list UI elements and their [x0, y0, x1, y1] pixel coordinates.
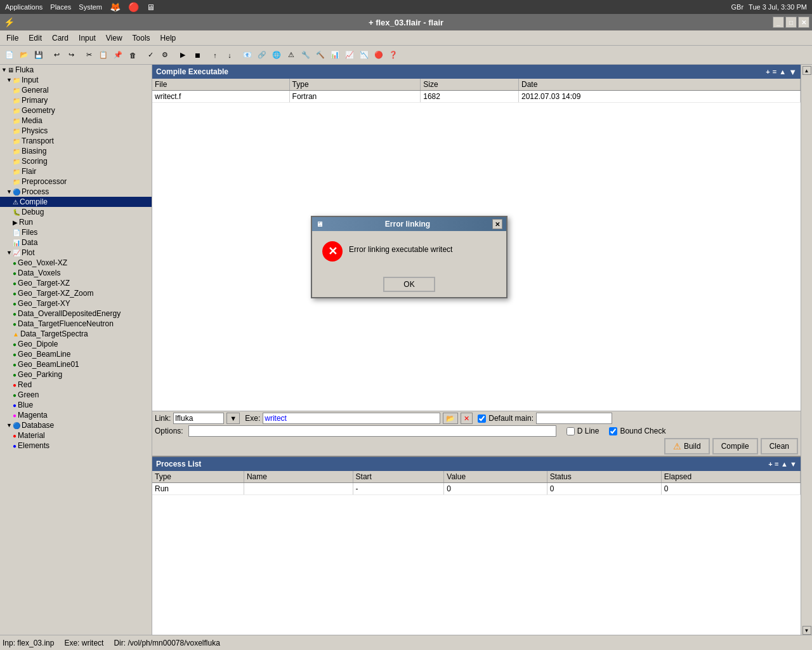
toolbar-b5[interactable]: 🔧: [299, 48, 313, 62]
compile-header-down-arrow[interactable]: ▼: [789, 67, 797, 77]
menu-help[interactable]: Help: [157, 32, 180, 44]
sidebar-item-data-voxels[interactable]: ● Data_Voxels: [0, 268, 152, 278]
toolbar-b1[interactable]: 📧: [240, 48, 254, 62]
toolbar-copy[interactable]: 📋: [96, 48, 110, 62]
process-header-plus[interactable]: +: [768, 460, 772, 468]
toolbar-b4[interactable]: ⚠: [284, 48, 298, 62]
options-input[interactable]: [188, 425, 556, 437]
sidebar-item-primary[interactable]: 📁 Primary: [0, 95, 152, 105]
sidebar-item-red[interactable]: ● Red: [0, 380, 152, 390]
toolbar-b11[interactable]: ❓: [386, 48, 400, 62]
toolbar-redo[interactable]: ↪: [64, 48, 78, 62]
minimize-button[interactable]: _: [773, 17, 784, 28]
toolbar-run[interactable]: ▶: [176, 48, 190, 62]
sidebar-item-files[interactable]: 📄 Files: [0, 227, 152, 237]
toolbar-undo[interactable]: ↩: [49, 48, 63, 62]
sidebar-item-blue[interactable]: ● Blue: [0, 400, 152, 410]
sidebar-item-geo-target-xz-zoom[interactable]: ● Geo_Target-XZ_Zoom: [0, 288, 152, 298]
sidebar-item-plot[interactable]: ▼ 📈 Plot: [0, 248, 152, 258]
sidebar-item-debug[interactable]: 🐛 Debug: [0, 207, 152, 217]
sidebar-item-flair[interactable]: 📁 Flair: [0, 166, 152, 176]
scroll-up-btn[interactable]: ▲: [802, 66, 811, 75]
compile-button[interactable]: Compile: [712, 438, 758, 454]
menu-file[interactable]: File: [3, 32, 22, 44]
scroll-down-btn[interactable]: ▼: [802, 626, 811, 635]
toolbar-open[interactable]: 📂: [17, 48, 31, 62]
sidebar-item-elements[interactable]: ● Elements: [0, 441, 152, 451]
sidebar-item-preprocessor[interactable]: 📁 Preprocessor: [0, 176, 152, 187]
dialog-ok-button[interactable]: OK: [383, 277, 435, 292]
sidebar-item-data-target-spectra[interactable]: ▲ Data_TargetSpectra: [0, 329, 152, 339]
process-header-down[interactable]: ▼: [790, 460, 797, 468]
toolbar-check[interactable]: ✓: [143, 48, 157, 62]
sidebar-item-fluka[interactable]: ▼ 🖥 Fluka: [0, 65, 152, 75]
sidebar-item-geo-target-xz[interactable]: ● Geo_Target-XZ: [0, 278, 152, 288]
toolbar-down[interactable]: ↓: [223, 48, 237, 62]
d-line-checkbox[interactable]: [566, 427, 575, 435]
toolbar-paste[interactable]: 📌: [111, 48, 125, 62]
exe-browse-btn[interactable]: 📂: [443, 413, 458, 424]
toolbar-b8[interactable]: 📈: [343, 48, 357, 62]
menu-edit[interactable]: Edit: [25, 32, 46, 44]
table-row[interactable]: Run - 0 0 0: [152, 483, 801, 495]
exe-clear-btn[interactable]: ✕: [461, 413, 473, 424]
menu-view[interactable]: View: [102, 32, 126, 44]
places-menu[interactable]: Places: [50, 3, 71, 11]
sidebar-item-scoring[interactable]: 📁 Scoring: [0, 156, 152, 166]
terminal-icon[interactable]: 🖥: [147, 3, 155, 12]
compile-header-up[interactable]: ▲: [779, 68, 786, 76]
exe-input[interactable]: [263, 413, 440, 424]
sidebar-item-media[interactable]: 📁 Media: [0, 116, 152, 126]
toolbar-cut[interactable]: ✂: [82, 48, 96, 62]
sidebar-item-geo-voxel-xz[interactable]: ● Geo_Voxel-XZ: [0, 258, 152, 268]
sidebar-item-biasing[interactable]: 📁 Biasing: [0, 146, 152, 156]
toolbar-b3[interactable]: 🌐: [270, 48, 284, 62]
sidebar-item-data[interactable]: 📊 Data: [0, 237, 152, 248]
sidebar-item-input[interactable]: ▼ 📁 Input: [0, 75, 152, 85]
toolbar-b9[interactable]: 📉: [357, 48, 371, 62]
sidebar-item-database[interactable]: ▼ 🔵 Database: [0, 420, 152, 430]
toolbar-b6[interactable]: 🔨: [313, 48, 327, 62]
toolbar-delete[interactable]: 🗑: [126, 48, 140, 62]
sidebar-item-data-target-fluence[interactable]: ● Data_TargetFluenceNeutron: [0, 319, 152, 329]
process-header-equals[interactable]: =: [775, 460, 778, 468]
toolbar-stop[interactable]: ⏹: [190, 48, 204, 62]
app-menu[interactable]: Applications: [5, 3, 43, 11]
sidebar-item-material[interactable]: ● Material: [0, 430, 152, 441]
toolbar-b10[interactable]: 🔴: [372, 48, 386, 62]
sidebar-item-transport[interactable]: 📁 Transport: [0, 136, 152, 146]
build-button[interactable]: ⚠ Build: [664, 438, 710, 454]
sidebar-item-general[interactable]: 📁 General: [0, 85, 152, 95]
toolbar-new[interactable]: 📄: [3, 48, 16, 62]
toolbar-b7[interactable]: 📊: [328, 48, 342, 62]
maximize-button[interactable]: □: [785, 17, 797, 28]
toolbar-settings[interactable]: ⚙: [158, 48, 172, 62]
firefox-icon[interactable]: 🦊: [110, 2, 121, 12]
clean-button[interactable]: Clean: [761, 438, 798, 454]
link-input[interactable]: [173, 413, 224, 424]
sidebar-item-process[interactable]: ▼ 🔵 Process: [0, 187, 152, 197]
sidebar-item-geo-dipole[interactable]: ● Geo_Dipole: [0, 339, 152, 349]
default-main-input[interactable]: [536, 413, 612, 424]
menu-input[interactable]: Input: [75, 32, 100, 44]
menu-card[interactable]: Card: [48, 32, 72, 44]
table-row[interactable]: writect.f Fortran 1682 2012.07.03 14:09: [152, 91, 801, 103]
close-button[interactable]: ✕: [798, 17, 809, 28]
sidebar-item-geometry[interactable]: 📁 Geometry: [0, 105, 152, 116]
system-menu[interactable]: System: [79, 3, 102, 11]
toolbar-b2[interactable]: 🔗: [255, 48, 269, 62]
sidebar-item-geo-parking[interactable]: ● Geo_Parking: [0, 369, 152, 380]
lifesaver-icon[interactable]: 🔴: [128, 2, 139, 12]
sidebar-item-geo-beamline[interactable]: ● Geo_BeamLine: [0, 349, 152, 359]
menu-tools[interactable]: Tools: [129, 32, 154, 44]
compile-header-equals[interactable]: =: [773, 68, 776, 76]
sidebar-item-green[interactable]: ● Green: [0, 390, 152, 400]
toolbar-save[interactable]: 💾: [32, 48, 46, 62]
sidebar-item-geo-target-xy[interactable]: ● Geo_Target-XY: [0, 298, 152, 308]
sidebar-item-compile[interactable]: ⚠ Compile: [0, 197, 152, 207]
sidebar-item-run[interactable]: ▶ Run: [0, 217, 152, 227]
link-dropdown-btn[interactable]: ▼: [226, 413, 240, 424]
compile-header-plus[interactable]: +: [766, 68, 769, 76]
process-header-up[interactable]: ▲: [781, 460, 788, 468]
sidebar-item-geo-beamline01[interactable]: ● Geo_BeamLine01: [0, 359, 152, 369]
